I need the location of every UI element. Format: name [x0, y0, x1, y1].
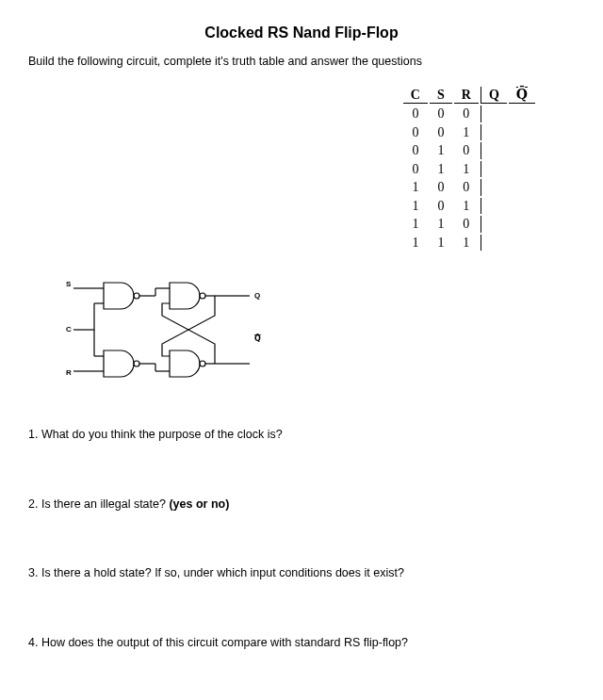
label-s: S — [66, 280, 72, 288]
svg-point-0 — [134, 293, 139, 299]
question-1: 1. What do you think the purpose of the … — [28, 427, 575, 444]
table-row: 011 — [403, 161, 535, 178]
svg-point-2 — [200, 293, 205, 299]
label-qbar: Q̄ — [254, 334, 261, 343]
truth-table: C S R Q Q̄ 000 001 010 011 100 101 110 1… — [401, 85, 537, 252]
col-r: R — [454, 87, 479, 104]
table-row: 000 — [403, 106, 535, 122]
col-s: S — [430, 87, 452, 104]
q-text: How does the output of this circuit comp… — [41, 636, 408, 649]
question-2: 2. Is there an illegal state? (yes or no… — [28, 497, 575, 513]
svg-point-3 — [200, 361, 205, 366]
questions: 1. What do you think the purpose of the … — [28, 427, 575, 651]
q-num: 3. — [28, 566, 38, 579]
upper-area: C S R Q Q̄ 000 001 010 011 100 101 110 1… — [28, 85, 575, 254]
svg-point-1 — [134, 361, 139, 366]
svg-text:Q̄: Q̄ — [254, 334, 261, 343]
table-row: 110 — [403, 216, 535, 233]
col-q: Q — [481, 87, 507, 104]
q-text: What do you think the purpose of the clo… — [41, 428, 283, 441]
label-c: C — [66, 325, 72, 334]
q-text-bold: (yes or no) — [169, 497, 229, 511]
q-text-pre: Is there an illegal state? — [41, 497, 170, 511]
table-row: 101 — [403, 198, 535, 215]
table-row: 111 — [403, 235, 535, 252]
col-qbar: Q̄ — [509, 87, 535, 104]
circuit-svg: S C R Q Q̄ — [66, 273, 273, 386]
circuit-diagram: S C R Q Q̄ — [66, 273, 575, 389]
q-num: 1. — [28, 428, 38, 441]
page-title: Clocked RS Nand Flip-Flop — [28, 24, 575, 41]
table-row: 001 — [403, 124, 535, 141]
label-r: R — [66, 368, 72, 377]
question-3: 3. Is there a hold state? If so, under w… — [28, 565, 575, 582]
table-row: 010 — [403, 142, 535, 159]
question-4: 4. How does the output of this circuit c… — [28, 635, 575, 652]
q-num: 2. — [28, 497, 38, 511]
q-num: 4. — [28, 636, 38, 649]
table-header-row: C S R Q Q̄ — [403, 87, 535, 104]
label-q: Q — [254, 291, 260, 300]
instructions: Build the following circuit, complete it… — [28, 55, 575, 68]
table-row: 100 — [403, 179, 535, 196]
q-text: Is there a hold state? If so, under whic… — [41, 566, 404, 579]
col-c: C — [403, 87, 428, 104]
